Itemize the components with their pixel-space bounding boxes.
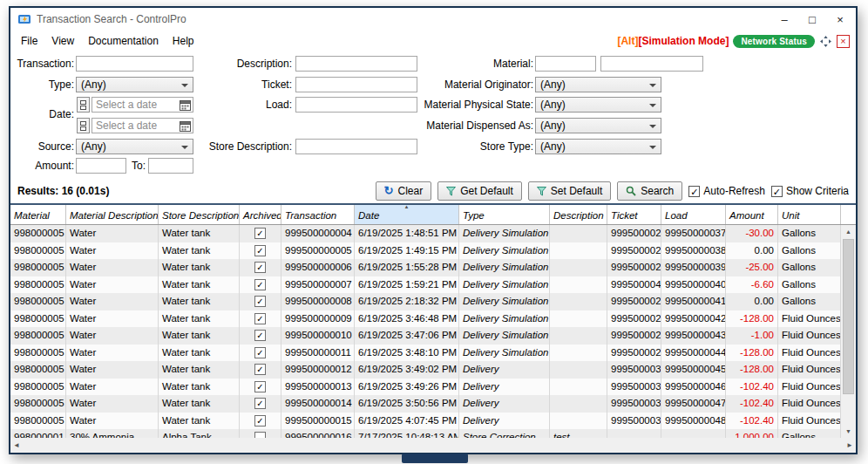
cell-material: 998000005 (10, 293, 66, 310)
table-row[interactable]: 998000005WaterWater tank✓9995000000086/1… (10, 293, 841, 310)
archived-checkbox[interactable]: ✓ (254, 381, 266, 392)
type-select[interactable]: (Any) (76, 77, 193, 92)
cell-archived (240, 429, 281, 438)
archived-checkbox[interactable]: ✓ (254, 296, 266, 307)
cell-type: Delivery Simulation (459, 327, 550, 345)
archived-checkbox[interactable]: ✓ (254, 364, 266, 375)
amount-from-input[interactable] (76, 158, 126, 174)
cell-unit: Gallons (778, 276, 841, 294)
date-to-input[interactable]: Select a date (92, 118, 193, 133)
set-default-button[interactable]: Set Default (528, 181, 611, 201)
table-row[interactable]: 998000005WaterWater tank✓9995000000076/1… (10, 276, 841, 294)
archived-checkbox[interactable]: ✓ (254, 279, 266, 290)
menu-help[interactable]: Help (166, 32, 201, 50)
column-header-store_description[interactable]: Store Description (159, 205, 240, 224)
table-row[interactable]: 998000005WaterWater tank✓9995000000096/1… (10, 310, 841, 328)
source-select[interactable]: (Any) (76, 139, 193, 154)
column-header-description[interactable]: Description (550, 205, 607, 224)
archived-checkbox[interactable]: ✓ (254, 313, 266, 324)
store-type-select[interactable]: (Any) (535, 139, 661, 154)
table-row[interactable]: 99800000130% AmmoniaAlpha Tank9995000000… (10, 429, 841, 438)
date-label: Date: (13, 106, 74, 122)
dock-arrows-icon[interactable] (819, 35, 832, 48)
scrollbar-thumb[interactable] (843, 239, 854, 394)
column-header-transaction[interactable]: Transaction (281, 205, 355, 224)
vertical-scrollbar[interactable]: ▲ ▼ (841, 225, 856, 438)
close-pane-icon[interactable]: × (837, 35, 850, 48)
scroll-down-icon[interactable]: ▼ (841, 425, 856, 438)
maximize-button[interactable]: □ (798, 9, 826, 30)
column-header-type[interactable]: Type (459, 205, 550, 224)
get-default-button[interactable]: Get Default (437, 181, 522, 201)
grid-body: 998000005WaterWater tank✓9995000000046/1… (10, 225, 841, 438)
search-button[interactable]: Search (617, 181, 682, 201)
store-description-label: Store Description: (179, 139, 292, 154)
archived-checkbox[interactable]: ✓ (254, 415, 266, 426)
search-criteria-form: Transaction: Type: (Any) Date: Select a … (10, 51, 856, 179)
cell-store_description: Alpha Tank (159, 429, 240, 438)
archived-checkbox[interactable]: ✓ (254, 398, 266, 409)
cell-material_description: Water (66, 310, 159, 328)
table-row[interactable]: 998000005WaterWater tank✓9995000000046/1… (10, 225, 841, 242)
scroll-right-icon[interactable]: ► (846, 441, 853, 449)
table-row[interactable]: 998000005WaterWater tank✓9995000000116/1… (10, 345, 841, 362)
column-header-amount[interactable]: Amount (726, 205, 778, 224)
archived-checkbox[interactable]: ✓ (254, 245, 266, 256)
column-header-unit[interactable]: Unit (778, 205, 841, 224)
material-physical-state-select[interactable]: (Any) (535, 97, 661, 113)
date-mode-button-from[interactable] (77, 97, 90, 113)
column-header-material[interactable]: Material (10, 205, 66, 224)
table-row[interactable]: 998000005WaterWater tank✓9995000000136/1… (10, 379, 841, 396)
date-mode-button-to[interactable] (77, 118, 90, 133)
archived-checkbox[interactable]: ✓ (254, 262, 266, 273)
cell-archived: ✓ (240, 327, 281, 345)
material-number-input[interactable] (535, 56, 596, 72)
cell-amount: -1.00 (726, 327, 778, 345)
column-header-ticket[interactable]: Ticket (607, 205, 661, 224)
archived-checkbox[interactable]: ✓ (254, 330, 266, 341)
cell-transaction: 999500000006 (281, 259, 355, 276)
table-row[interactable]: 998000005WaterWater tank✓9995000000056/1… (10, 242, 841, 260)
archived-checkbox[interactable]: ✓ (254, 228, 266, 239)
column-header-material_description[interactable]: Material Description (66, 205, 159, 224)
scroll-up-icon[interactable]: ▲ (841, 225, 856, 238)
column-header-date[interactable]: Date▲ (355, 205, 459, 224)
table-row[interactable]: 998000005WaterWater tank✓9995000000106/1… (10, 327, 841, 345)
ticket-input[interactable] (295, 77, 417, 92)
load-input[interactable] (295, 97, 417, 113)
column-header-archived[interactable]: Archived (240, 205, 281, 224)
cell-material_description: Water (66, 345, 159, 362)
close-button[interactable]: × (826, 9, 854, 30)
table-row[interactable]: 998000005WaterWater tank✓9995000000146/1… (10, 395, 841, 413)
archived-checkbox[interactable]: ✓ (254, 347, 266, 358)
checkbox-check-icon: ✓ (771, 186, 783, 197)
material-name-input[interactable] (600, 56, 703, 72)
table-row[interactable]: 998000005WaterWater tank✓9995000000156/1… (10, 413, 841, 430)
cell-date: 6/19/2025 4:07:45 PM (355, 413, 459, 430)
cell-unit: Fluid Ounces (778, 345, 841, 362)
cell-ticket: 9995000023 (607, 225, 661, 242)
table-row[interactable]: 998000005WaterWater tank✓9995000000126/1… (10, 361, 841, 379)
calendar-icon[interactable] (180, 120, 191, 132)
show-criteria-checkbox[interactable]: ✓ Show Criteria (771, 185, 849, 197)
amount-to-input[interactable] (148, 158, 193, 174)
material-dispensed-as-select[interactable]: (Any) (535, 118, 661, 133)
column-header-load[interactable]: Load (661, 205, 726, 224)
auto-refresh-checkbox[interactable]: ✓ Auto-Refresh (688, 185, 765, 197)
cell-date: 6/19/2025 3:47:06 PM (355, 327, 459, 345)
store-description-input[interactable] (295, 139, 417, 154)
store-type-label: Store Type: (404, 139, 533, 154)
menu-file[interactable]: File (14, 32, 44, 50)
cell-unit: Gallons (778, 429, 841, 438)
archived-checkbox[interactable] (254, 432, 266, 438)
table-row[interactable]: 998000005WaterWater tank✓9995000000066/1… (10, 259, 841, 276)
horizontal-scrollbar[interactable]: ◄ ► (10, 438, 856, 453)
transaction-input[interactable] (76, 56, 193, 72)
scroll-left-icon[interactable]: ◄ (13, 441, 20, 449)
description-input[interactable] (295, 56, 417, 72)
minimize-button[interactable]: – (770, 9, 798, 30)
material-originator-select[interactable]: (Any) (535, 77, 661, 92)
menu-documentation[interactable]: Documentation (81, 32, 166, 50)
clear-button[interactable]: ↻ Clear (376, 181, 432, 201)
menu-view[interactable]: View (44, 32, 81, 50)
